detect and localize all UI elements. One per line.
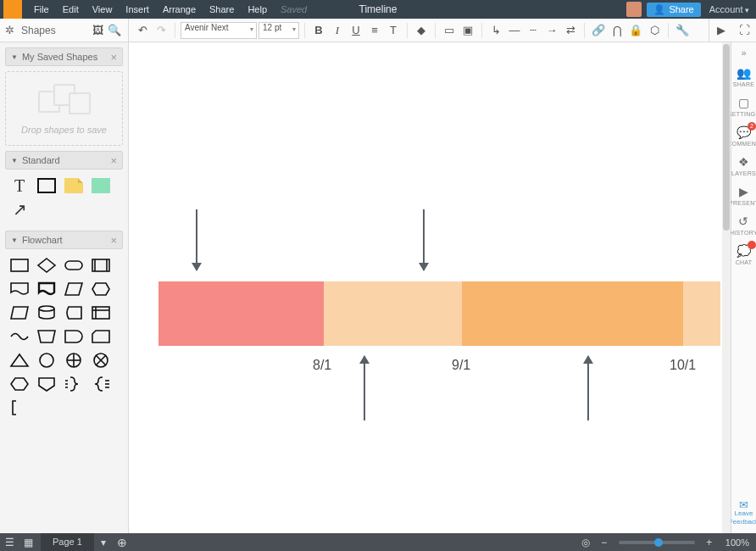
gear-icon[interactable]: ✲ [5,24,14,36]
line1-icon[interactable]: ↳ [487,22,504,39]
rect-shape[interactable] [36,176,58,195]
block-shape[interactable] [90,176,112,195]
font-select[interactable]: Avenir Next [181,22,257,39]
timeline-block[interactable] [462,281,683,346]
fc-offpage[interactable] [36,375,58,393]
fullscreen-icon[interactable]: ⛶ [736,22,753,39]
rail-settings[interactable]: ▢SETTINGS [728,96,756,117]
font-size-select[interactable]: 12 pt [258,22,299,39]
fc-or[interactable] [90,351,112,370]
italic-icon[interactable]: I [329,22,346,39]
arrow-down[interactable] [196,209,197,270]
align-icon[interactable]: ≡ [366,22,383,39]
menu-insert[interactable]: Insert [119,0,156,19]
text-shape[interactable]: T [8,176,31,195]
fc-delay[interactable] [63,327,85,346]
rail-share[interactable]: 👥SHARE [733,66,755,87]
rail-layers[interactable]: ❖LAYERS [731,155,756,176]
fc-brace-left[interactable] [90,375,112,393]
page-menu-icon[interactable]: ▾ [94,537,113,548]
redo-icon[interactable]: ↷ [153,22,170,39]
note-shape[interactable] [63,176,85,195]
zoom-in-icon[interactable]: + [700,537,719,548]
layout1-icon[interactable]: ▭ [441,22,458,39]
timeline-block[interactable] [683,281,720,346]
fc-document[interactable] [8,280,31,298]
list-view-icon[interactable]: ☰ [0,537,19,548]
timeline-block[interactable] [324,281,462,346]
fc-process[interactable] [8,256,31,275]
close-icon[interactable]: × [110,51,117,64]
fc-io[interactable] [63,280,85,298]
arrow-down[interactable] [423,209,425,270]
rail-chat[interactable]: 💭CHAT [736,244,753,265]
line2-icon[interactable]: — [506,22,523,39]
line3-icon[interactable]: ┄ [525,22,542,39]
fc-sum[interactable] [63,351,85,370]
timeline-block[interactable] [158,281,324,346]
target-icon[interactable]: ◎ [576,537,595,548]
swap-icon[interactable]: ⇄ [562,22,579,39]
fc-connector[interactable] [36,351,58,370]
flowchart-header[interactable]: ▼ Flowchart × [5,231,123,249]
bold-icon[interactable]: B [310,22,327,39]
underline-icon[interactable]: U [347,22,364,39]
zoom-thumb[interactable] [654,538,663,547]
fc-prep[interactable] [90,280,112,298]
line4-icon[interactable]: → [543,22,560,39]
wrench-icon[interactable]: 🔧 [674,22,691,39]
leave-feedback[interactable]: ✉LeaveFeedback [729,501,756,526]
fc-predefined[interactable] [90,256,112,275]
menu-edit[interactable]: Edit [56,0,86,19]
fc-display[interactable] [8,375,31,393]
menu-arrange[interactable]: Arrange [156,0,203,19]
fc-data[interactable] [8,303,31,322]
fc-extract[interactable] [8,351,31,370]
menu-file[interactable]: File [27,0,56,19]
arrow-shape[interactable]: ↗ [8,200,31,219]
zoom-slider[interactable] [619,541,695,544]
fc-multidoc[interactable] [36,280,58,298]
saved-shapes-header[interactable]: ▼ My Saved Shapes × [5,47,123,66]
close-icon[interactable]: × [110,234,117,247]
fc-brace-right[interactable] [63,375,85,393]
menu-view[interactable]: View [86,0,120,19]
link-icon[interactable]: 🔗 [590,22,607,39]
collapse-rail-icon[interactable]: » [741,47,746,58]
page-tab[interactable]: Page 1 [41,533,94,551]
vertical-scrollbar[interactable] [722,42,731,533]
lock-icon[interactable]: 🔒 [627,22,644,39]
rail-history[interactable]: ↺HISTORY [730,214,756,236]
rail-present[interactable]: ▶PRESENT [729,185,756,206]
image-icon[interactable]: 🖼 [89,22,106,39]
fc-terminator[interactable] [63,256,85,275]
cube-icon[interactable]: ⬡ [646,22,663,39]
share-button[interactable]: 👤Share [647,3,700,17]
arrow-up[interactable] [587,356,589,420]
layout2-icon[interactable]: ▣ [459,22,476,39]
fc-storage[interactable] [63,303,85,322]
account-menu[interactable]: Account [709,4,753,14]
fc-bracket[interactable] [8,398,31,417]
close-icon[interactable]: × [110,154,117,167]
fc-database[interactable] [36,303,58,322]
fc-decision[interactable] [36,256,58,275]
fill-icon[interactable]: ◆ [413,22,430,39]
fc-manual[interactable] [36,327,58,346]
fc-internal[interactable] [90,303,112,322]
undo-icon[interactable]: ↶ [134,22,151,39]
fc-tape[interactable] [8,327,31,346]
avatar[interactable] [626,2,642,17]
zoom-out-icon[interactable]: − [595,537,614,548]
text-transform-icon[interactable]: T [385,22,402,39]
saved-shapes-dropzone[interactable]: Drop shapes to save [5,71,123,146]
add-page-icon[interactable]: ⊕ [113,536,131,549]
grid-view-icon[interactable]: ▦ [19,537,37,548]
scroll-thumb[interactable] [723,44,730,231]
canvas[interactable]: 8/19/110/1 [129,42,731,533]
menu-share[interactable]: Share [203,0,241,19]
magnet-icon[interactable]: ⋂ [609,22,625,39]
arrow-up[interactable] [364,356,365,420]
app-logo[interactable] [3,0,22,19]
fc-card[interactable] [90,327,112,346]
